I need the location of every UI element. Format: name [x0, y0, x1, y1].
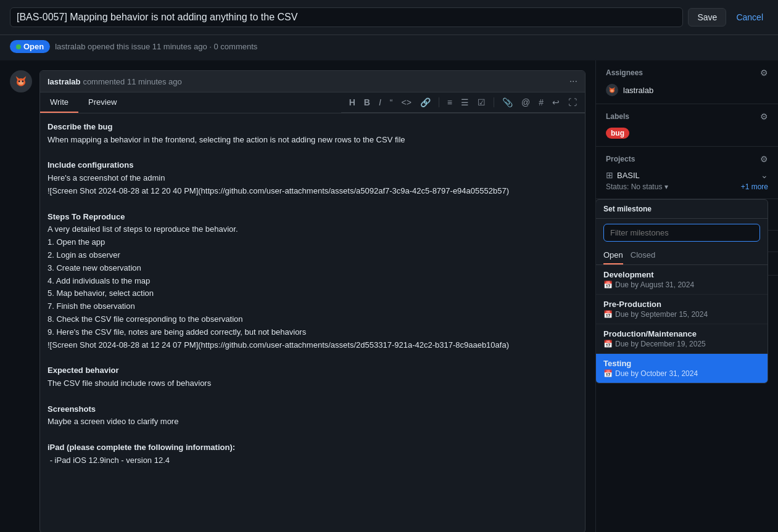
- milestone-due-text-testing: Due by October 31, 2024: [615, 369, 698, 378]
- calendar-icon-pre-production: 📅: [603, 310, 613, 319]
- milestone-item-production[interactable]: Production/Maintenance 📅 Due by December…: [596, 324, 768, 354]
- tab-write[interactable]: Write: [40, 92, 78, 113]
- left-column: lastralab commented 11 minutes ago ··· W…: [0, 60, 595, 532]
- avatar: [10, 70, 32, 92]
- milestone-name-testing: Testing: [603, 359, 760, 368]
- assignee-avatar: [606, 84, 618, 96]
- toolbar-quote-btn[interactable]: “: [387, 96, 396, 108]
- milestone-dropdown: Set milestone Open Closed Development 📅 …: [595, 199, 768, 383]
- assignees-header: Assignees ⚙: [606, 68, 768, 78]
- milestone-item-development[interactable]: Development 📅 Due by August 31, 2024: [596, 265, 768, 295]
- milestone-list: Development 📅 Due by August 31, 2024 Pre…: [596, 265, 768, 383]
- labels-section: Labels ⚙ bug: [596, 104, 778, 147]
- milestone-due-text-production: Due by December 19, 2025: [615, 340, 706, 348]
- toolbar-code-btn[interactable]: <>: [398, 96, 414, 108]
- milestone-item-testing[interactable]: Testing 📅 Due by October 31, 2024: [596, 354, 768, 383]
- comment-options-button[interactable]: ···: [569, 76, 577, 87]
- labels-title: Labels: [606, 112, 629, 121]
- project-table-icon: ⊞: [606, 170, 613, 180]
- comment-time: 11 minutes ago: [127, 77, 182, 86]
- toolbar-heading-btn[interactable]: H: [346, 96, 358, 108]
- open-dot: [16, 44, 21, 49]
- svg-point-5: [19, 81, 20, 83]
- open-badge-label: Open: [23, 42, 44, 51]
- milestone-due-testing: 📅 Due by October 31, 2024: [603, 369, 760, 378]
- toolbar-fullscreen-btn[interactable]: ⛶: [565, 96, 580, 108]
- comment-header: lastralab commented 11 minutes ago ···: [40, 71, 585, 92]
- toolbar-task-list-btn[interactable]: ☑: [474, 96, 489, 108]
- editor-body[interactable]: Describe the bug When mapping a behavior…: [40, 113, 585, 475]
- projects-title: Projects: [606, 155, 635, 163]
- milestone-name-development: Development: [603, 270, 760, 279]
- comment-author-line: lastralab commented 11 minutes ago: [48, 76, 182, 86]
- assignees-title: Assignees: [606, 68, 643, 77]
- projects-gear-icon[interactable]: ⚙: [760, 154, 768, 164]
- calendar-icon-development: 📅: [603, 280, 613, 289]
- toolbar-ordered-list-btn[interactable]: ≡: [444, 96, 455, 108]
- milestone-due-development: 📅 Due by August 31, 2024: [603, 280, 760, 289]
- open-badge: Open: [10, 40, 50, 53]
- toolbar-undo-btn[interactable]: ↩: [549, 96, 563, 108]
- editor-tabs: Write Preview H B I “ <> 🔗 ≡ ☰ ☑: [40, 92, 585, 113]
- project-name: BASIL: [617, 171, 640, 180]
- cancel-button[interactable]: Cancel: [731, 9, 768, 26]
- main-layout: lastralab commented 11 minutes ago ··· W…: [0, 60, 778, 532]
- label-badge-bug[interactable]: bug: [606, 128, 629, 139]
- issue-meta: lastralab opened this issue 11 minutes a…: [55, 42, 257, 51]
- milestone-name-production: Production/Maintenance: [603, 329, 760, 338]
- toolbar-sep2: [494, 97, 494, 107]
- milestone-tabs: Open Closed: [596, 247, 768, 265]
- comment-action: commented 11 minutes ago: [83, 77, 181, 86]
- milestone-due-text-pre-production: Due by September 15, 2024: [615, 310, 708, 319]
- calendar-icon-testing: 📅: [603, 369, 613, 378]
- issue-title-input[interactable]: [10, 7, 683, 27]
- project-status-text: Status: No status: [606, 182, 662, 191]
- toolbar-mention-btn[interactable]: @: [518, 96, 533, 108]
- save-button[interactable]: Save: [688, 8, 726, 27]
- header: Save Cancel: [0, 0, 778, 35]
- editor-toolbar: H B I “ <> 🔗 ≡ ☰ ☑ 📎 @ # ↩: [341, 92, 585, 113]
- milestone-due-pre-production: 📅 Due by September 15, 2024: [603, 310, 760, 319]
- projects-section: Projects ⚙ ⊞ BASIL ⌄ Status: No status ▾…: [596, 147, 778, 199]
- project-item: ⊞ BASIL ⌄: [606, 170, 768, 180]
- labels-header: Labels ⚙: [606, 112, 768, 121]
- right-column: Assignees ⚙ lastralab Label: [595, 60, 778, 532]
- milestone-filter-input[interactable]: [603, 224, 760, 242]
- toolbar-unordered-list-btn[interactable]: ☰: [458, 96, 472, 108]
- milestone-dropdown-header: Set milestone: [596, 200, 768, 219]
- projects-header: Projects ⚙: [606, 154, 768, 164]
- milestone-tab-open[interactable]: Open: [603, 247, 623, 264]
- assignee-item: lastralab: [606, 84, 768, 96]
- comment-container: lastralab commented 11 minutes ago ··· W…: [39, 70, 586, 532]
- toolbar-bold-btn[interactable]: B: [361, 96, 373, 108]
- milestone-tab-closed[interactable]: Closed: [631, 247, 655, 264]
- milestone-name-pre-production: Pre-Production: [603, 300, 760, 309]
- toolbar-sep1: [439, 97, 439, 107]
- labels-gear-icon[interactable]: ⚙: [760, 112, 768, 121]
- assignees-gear-icon[interactable]: ⚙: [760, 68, 768, 78]
- milestone-due-production: 📅 Due by December 19, 2025: [603, 340, 760, 348]
- milestone-section: Milestone ⚙ Set milestone Open Closed De…: [596, 199, 778, 231]
- calendar-icon-production: 📅: [603, 340, 613, 348]
- toolbar-attach-btn[interactable]: 📎: [499, 96, 516, 108]
- project-more-text[interactable]: +1 more: [741, 182, 768, 191]
- milestone-due-text-development: Due by August 31, 2024: [615, 280, 694, 289]
- milestone-item-pre-production[interactable]: Pre-Production 📅 Due by September 15, 20…: [596, 295, 768, 324]
- comment-author: lastralab: [48, 77, 80, 86]
- comment-block: lastralab commented 11 minutes ago ··· W…: [10, 70, 586, 532]
- project-status: Status: No status ▾ +1 more: [606, 182, 768, 191]
- project-left: ⊞ BASIL: [606, 170, 640, 180]
- toolbar-link-btn[interactable]: 🔗: [417, 96, 434, 108]
- assignees-section: Assignees ⚙ lastralab: [596, 60, 778, 104]
- toolbar-ref-btn[interactable]: #: [536, 96, 547, 108]
- svg-point-6: [22, 81, 23, 83]
- toolbar-italic-btn[interactable]: I: [376, 96, 384, 108]
- tab-preview[interactable]: Preview: [78, 92, 126, 113]
- subheader: Open lastralab opened this issue 11 minu…: [0, 35, 778, 60]
- assignee-name: lastralab: [623, 86, 653, 95]
- svg-point-11: [611, 89, 614, 92]
- project-expand-icon[interactable]: ⌄: [761, 170, 768, 180]
